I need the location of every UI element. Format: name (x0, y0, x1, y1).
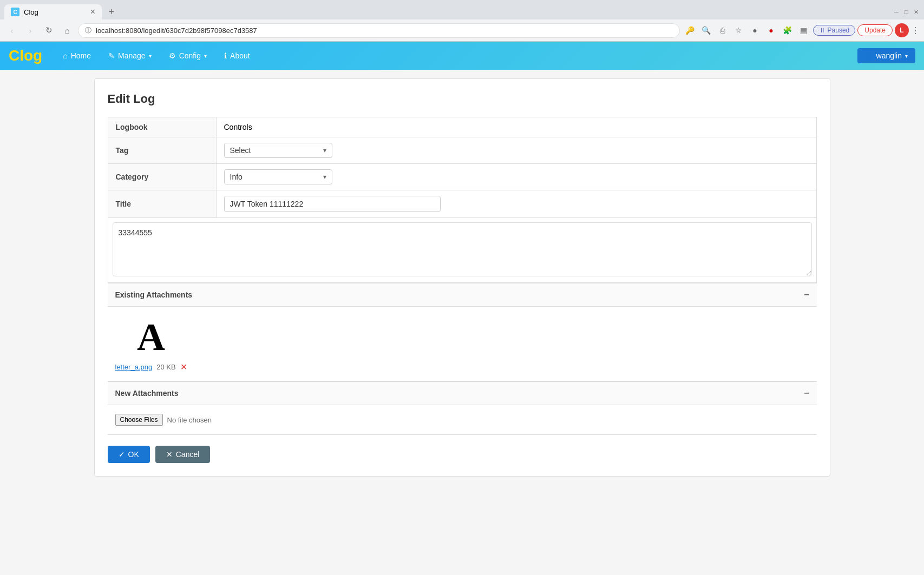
nav-manage[interactable]: ✎ Manage ▾ (101, 47, 159, 64)
key-icon[interactable]: 🔑 (683, 23, 697, 37)
form-table: Logbook Controls Tag Select ▾ Category (108, 117, 817, 218)
app-navbar: Clog ⌂ Home ✎ Manage ▾ ⚙ Config ▾ ℹ Abou… (0, 42, 924, 70)
logbook-value: Controls (216, 117, 816, 137)
existing-attachments-title: Existing Attachments (115, 290, 193, 299)
page-body: Edit Log Logbook Controls Tag Select ▾ (0, 70, 924, 575)
tab-favicon: C (11, 8, 19, 16)
category-dropdown-icon: ▾ (323, 173, 326, 181)
page-title: Edit Log (108, 92, 817, 106)
update-button[interactable]: Update (857, 24, 893, 36)
tag-label: Tag (108, 137, 216, 164)
app-logo[interactable]: Clog (9, 47, 42, 64)
category-select-value: Info (230, 173, 243, 181)
url-text: localhost:8080/logedit/630c7d2b98f57098e… (96, 27, 673, 35)
ok-checkmark-icon: ✓ (119, 450, 125, 459)
window-controls: ─ □ ✕ (893, 8, 920, 16)
tab-title: Clog (24, 8, 86, 16)
attachment-info: letter_a.png 20 KB ✕ (115, 362, 187, 372)
user-avatar: L (895, 23, 909, 37)
browser-toolbar: ‹ › ↻ ⌂ ⓘ localhost:8080/logedit/630c7d2… (0, 19, 924, 41)
edit-form-card: Edit Log Logbook Controls Tag Select ▾ (94, 78, 830, 477)
title-row: Title (108, 190, 816, 218)
browser-menu-button[interactable]: ⋮ (911, 25, 920, 36)
category-row: Category Info ▾ (108, 164, 816, 190)
cancel-button[interactable]: ✕ Cancel (155, 446, 211, 463)
nav-config[interactable]: ⚙ Config ▾ (161, 47, 214, 64)
paused-badge: ⏸ Paused (813, 25, 856, 36)
user-menu-label: wanglin (876, 51, 902, 60)
title-cell (216, 190, 816, 218)
user-menu-arrow: ▾ (905, 53, 908, 59)
category-select[interactable]: Info ▾ (224, 169, 332, 184)
cancel-label: Cancel (176, 450, 200, 459)
back-button[interactable]: ‹ (4, 23, 19, 38)
toolbar-actions: 🔑 🔍 ⎙ ☆ ● ● 🧩 ▤ ⏸ Paused Update L ⋮ (683, 23, 920, 37)
tab-close-button[interactable]: × (90, 8, 95, 16)
gear-icon: ⚙ (169, 51, 176, 60)
new-attachments-toggle[interactable]: − (804, 388, 809, 398)
body-textarea-wrapper: 33344555 (108, 218, 816, 282)
attachment-size: 20 KB (156, 363, 175, 371)
existing-attachments-header[interactable]: Existing Attachments − (108, 283, 817, 307)
title-label: Title (108, 190, 216, 218)
existing-attachments-toggle[interactable]: − (804, 290, 809, 300)
extension-icon[interactable]: ● (764, 23, 778, 37)
maximize-button[interactable]: □ (902, 8, 910, 16)
browser-tabs: C Clog × + ─ □ ✕ (0, 0, 924, 19)
config-dropdown-arrow: ▾ (204, 53, 207, 59)
forward-button[interactable]: › (23, 23, 38, 38)
sidebar-icon[interactable]: ▤ (797, 23, 811, 37)
puzzle-icon[interactable]: 🧩 (781, 23, 795, 37)
cancel-x-icon: ✕ (166, 450, 173, 459)
new-attachments-title: New Attachments (115, 389, 179, 398)
search-icon[interactable]: 🔍 (699, 23, 713, 37)
ok-label: OK (128, 450, 139, 459)
browser-tab[interactable]: C Clog × (4, 4, 102, 19)
tag-select-value: Select (230, 146, 251, 155)
file-input-row: Choose Files No file chosen (115, 414, 809, 426)
address-bar[interactable]: ⓘ localhost:8080/logedit/630c7d2b98f5709… (78, 23, 680, 38)
share-icon[interactable]: ⎙ (716, 23, 730, 37)
logbook-row: Logbook Controls (108, 117, 816, 137)
attachment-item: A letter_a.png 20 KB ✕ (115, 315, 187, 372)
nav-items: ⌂ Home ✎ Manage ▾ ⚙ Config ▾ ℹ About (55, 47, 857, 64)
home-button[interactable]: ⌂ (60, 23, 75, 38)
ok-button[interactable]: ✓ OK (108, 446, 150, 463)
close-button[interactable]: ✕ (912, 8, 920, 16)
nav-home-label: Home (71, 51, 91, 60)
paused-label: Paused (828, 27, 850, 34)
user-icon: 👤 (865, 52, 873, 60)
existing-attachments-body: A letter_a.png 20 KB ✕ (108, 307, 817, 381)
nav-manage-label: Manage (118, 51, 146, 60)
minimize-button[interactable]: ─ (893, 8, 900, 16)
manage-dropdown-arrow: ▾ (149, 53, 152, 59)
info-icon: ℹ (224, 51, 227, 60)
refresh-button[interactable]: ↻ (41, 23, 56, 38)
no-file-text: No file chosen (167, 416, 212, 424)
account-icon[interactable]: ● (748, 23, 762, 37)
new-attachments-body: Choose Files No file chosen (108, 405, 817, 435)
nav-config-label: Config (179, 51, 201, 60)
user-menu[interactable]: 👤 wanglin ▾ (857, 48, 915, 63)
new-tab-button[interactable]: + (104, 4, 119, 19)
attachment-delete-button[interactable]: ✕ (180, 362, 187, 372)
body-textarea[interactable]: 33344555 (113, 222, 812, 276)
lock-icon: ⓘ (85, 26, 91, 35)
category-label: Category (108, 164, 216, 190)
nav-home[interactable]: ⌂ Home (55, 47, 99, 64)
tag-select[interactable]: Select ▾ (224, 143, 332, 158)
new-attachments-header[interactable]: New Attachments − (108, 381, 817, 405)
title-input[interactable] (224, 196, 441, 212)
home-icon: ⌂ (63, 51, 67, 60)
tag-row: Tag Select ▾ (108, 137, 816, 164)
nav-about[interactable]: ℹ About (217, 47, 258, 64)
choose-files-button[interactable]: Choose Files (115, 414, 163, 426)
attachment-name[interactable]: letter_a.png (115, 363, 153, 371)
tag-dropdown-icon: ▾ (323, 147, 326, 154)
tag-cell: Select ▾ (216, 137, 816, 164)
category-cell: Info ▾ (216, 164, 816, 190)
paused-dot: ⏸ (819, 27, 825, 34)
pencil-icon: ✎ (108, 51, 115, 60)
bookmark-icon[interactable]: ☆ (732, 23, 746, 37)
form-buttons: ✓ OK ✕ Cancel (108, 446, 817, 463)
